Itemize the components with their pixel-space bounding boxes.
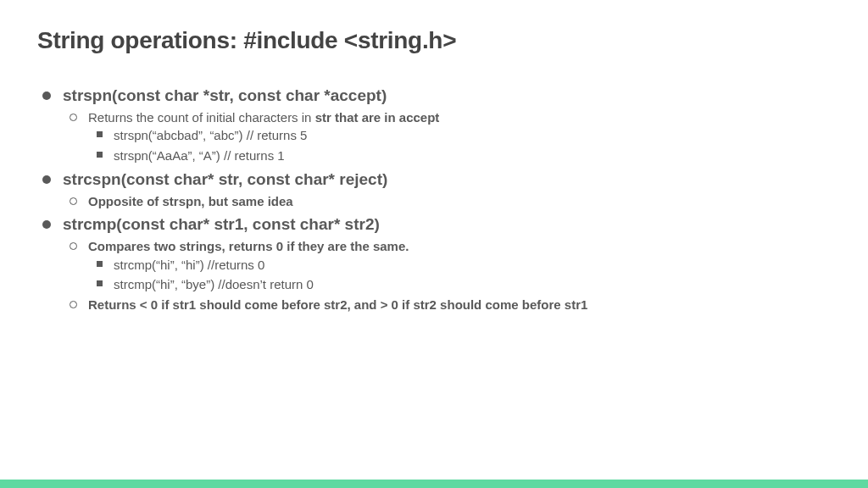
sub-list-item-text: Returns < 0 if str1 should come before s…: [88, 296, 831, 314]
list-item: strspn(const char *str, const char *acce…: [37, 85, 831, 165]
sub-list-item: Opposite of strspn, but same idea: [63, 192, 831, 211]
sub-list-item: Compares two strings, returns 0 if they …: [63, 237, 831, 294]
sub-sub-list-item: strcmp(“hi”, “hi”) //returns 0: [88, 256, 831, 274]
footer-accent-bar: [0, 480, 868, 488]
slide: String operations: #include <string.h> s…: [0, 0, 868, 488]
sub-list-item: Returns the count of initial characters …: [63, 108, 831, 165]
list-item: strcspn(const char* str, const char* rej…: [37, 169, 831, 210]
sub-list-item-text: Returns the count of initial characters …: [88, 108, 831, 127]
slide-title: String operations: #include <string.h>: [37, 27, 831, 54]
list-item-text: strcspn(const char* str, const char* rej…: [63, 169, 831, 191]
sub-list-item-text: Compares two strings, returns 0 if they …: [88, 237, 831, 256]
bullet-list: strspn(const char *str, const char *acce…: [37, 85, 831, 314]
sub-list: Opposite of strspn, but same idea: [63, 192, 831, 211]
list-item-text: strspn(const char *str, const char *acce…: [63, 85, 831, 107]
sub-sub-list-item: strspn(“abcbad”, “abc”) // returns 5: [88, 126, 831, 145]
sub-list: Compares two strings, returns 0 if they …: [63, 237, 831, 314]
sub-list-item: Returns < 0 if str1 should come before s…: [63, 296, 831, 314]
sub-sub-list-item-text: strcmp(“hi”, “hi”) //returns 0: [114, 256, 831, 274]
sub-sub-list: strspn(“abcbad”, “abc”) // returns 5strs…: [88, 126, 831, 165]
sub-sub-list-item: strcmp(“hi”, “bye”) //doesn’t return 0: [88, 275, 831, 294]
sub-list-item-text: Opposite of strspn, but same idea: [88, 192, 831, 211]
sub-sub-list-item-text: strspn(“AaAa”, “A”) // returns 1: [114, 147, 831, 165]
sub-sub-list-item: strspn(“AaAa”, “A”) // returns 1: [88, 147, 831, 165]
sub-sub-list: strcmp(“hi”, “hi”) //returns 0strcmp(“hi…: [88, 256, 831, 295]
list-item: strcmp(const char* str1, const char* str…: [37, 214, 831, 314]
sub-list: Returns the count of initial characters …: [63, 108, 831, 165]
list-item-text: strcmp(const char* str1, const char* str…: [63, 214, 831, 236]
sub-sub-list-item-text: strspn(“abcbad”, “abc”) // returns 5: [114, 126, 831, 145]
sub-sub-list-item-text: strcmp(“hi”, “bye”) //doesn’t return 0: [114, 275, 831, 294]
